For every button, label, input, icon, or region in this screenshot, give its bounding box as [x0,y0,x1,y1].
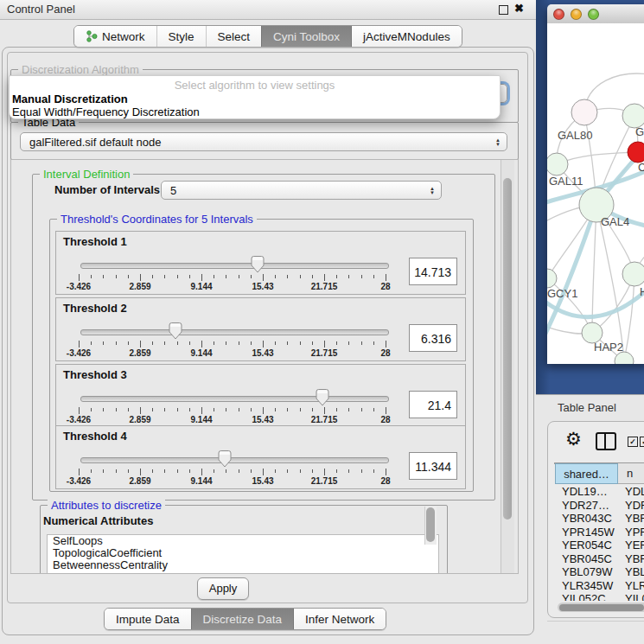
slider-tick [324,341,325,348]
slider-tick [214,275,214,278]
table-row[interactable]: YER054CYER0 [555,539,644,552]
split-columns-icon[interactable] [596,432,616,450]
slider-thumb[interactable] [217,450,233,471]
network-node[interactable] [622,262,644,286]
slider-tick [152,275,153,278]
tab-infer-network[interactable]: Infer Network [293,609,386,629]
tab-network[interactable]: Network [74,26,156,47]
slider-tick [373,275,374,278]
panel-title: Control Panel [7,3,75,16]
slider-tick [226,275,226,278]
zoom-traffic-light-icon[interactable] [588,9,599,20]
tab-discretize-data[interactable]: Discretize Data [191,609,294,629]
attribute-list-item[interactable]: SelfLoops [48,535,438,547]
threshold-value-field[interactable]: 11.344 [409,452,457,480]
slider-tick [275,408,276,411]
slider-tick [275,341,276,345]
slider-tick [79,341,80,348]
slider-track[interactable] [80,263,389,269]
slider-tick-label: 9.144 [175,476,227,486]
attribute-list-item[interactable]: TopologicalCoefficient [48,547,438,559]
minimize-traffic-light-icon[interactable] [571,9,582,20]
slider-tick [128,408,129,411]
table-row[interactable]: YLR345WYLR3 [555,579,644,593]
tab-select[interactable]: Select [206,26,262,47]
apply-button[interactable]: Apply [197,577,249,600]
checkbox-icon[interactable]: ✓ [628,437,638,447]
tab-impute-data[interactable]: Impute Data [105,609,191,629]
popup-item-equal-width[interactable]: Equal Width/Frequency Discretization [10,105,500,118]
table-row[interactable]: YPR145WYPR1 [555,526,644,539]
slider-tick-label: 15.43 [237,282,289,291]
num-intervals-combo[interactable]: 5 ▲▼ [161,181,442,200]
table-row[interactable]: YDL19…YDL1 [555,485,644,499]
slider-tick-label: 15.43 [237,476,289,486]
slider-tick-label: 21.715 [298,476,350,486]
slider-thumb[interactable] [315,388,330,410]
column-header-shared-name[interactable]: shared… [555,463,618,484]
checkbox-icon[interactable]: ✓ [640,437,644,447]
threshold-value-field[interactable]: 21.4 [409,391,457,418]
column-header-name[interactable]: n [618,463,644,484]
network-node[interactable] [615,352,634,364]
slider-thumb[interactable] [168,322,183,343]
node-label: HAP2 [594,341,623,354]
slider-track[interactable] [80,457,389,463]
popup-item-manual[interactable]: Manual Discretization [10,92,500,105]
table-horizontal-scrollbar[interactable] [558,603,644,612]
network-window-titlebar[interactable] [547,4,644,24]
close-traffic-light-icon[interactable] [553,9,564,20]
slider-track[interactable] [80,329,389,335]
slider-track[interactable] [80,396,389,402]
app-root: Control Panel ✖ NetworkStyleSelectCyni T… [0,0,644,644]
table-row[interactable]: YBR045CYBR0 [555,552,644,566]
slider-tick [275,275,276,278]
table-row[interactable]: YBR043CYBR0 [555,512,644,526]
network-node[interactable] [571,99,597,125]
cell-shared-name: YBR045C [555,552,618,566]
tab-jactivemnodules[interactable]: jActiveMNodules [351,26,462,47]
slider-tick [79,274,80,281]
threshold-panel-3: Threshold 3-3.4262.8599.14415.4321.71528… [55,364,466,428]
network-node[interactable] [622,104,644,128]
network-canvas[interactable]: GAL80GCGAL11GAL4GCY1HHAP2 [547,23,644,364]
slider-tick [348,408,349,411]
settings-vertical-scrollbar[interactable] [501,160,514,573]
algorithm-dropdown-popup: Select algorithm to view settings Manual… [9,75,501,119]
attributes-list-scrollbar[interactable] [424,507,437,545]
cell-shared-name: YBR043C [555,512,618,526]
slider-thumb[interactable] [250,255,265,277]
slider-tick-label: 28 [360,348,411,358]
threshold-value-field[interactable]: 14.713 [409,258,457,285]
attributes-group: Attributes to discretize Numerical Attri… [40,505,448,574]
slider-tick [312,341,313,345]
slider-tick [140,341,141,348]
slider-tick [164,275,165,278]
threshold-label: Threshold 1 [63,235,127,248]
tab-style[interactable]: Style [156,26,206,47]
slider-tick [324,274,325,281]
slider-tick [300,408,301,411]
tab-cyni-toolbox[interactable]: Cyni Toolbox [261,26,351,47]
threshold-value-field[interactable]: 6.316 [409,324,457,352]
gear-icon[interactable]: ⚙ [565,430,582,448]
close-icon[interactable]: ✖ [514,2,524,15]
table-row[interactable]: YBL079WYBL0 [555,565,644,579]
slider-tick [128,341,129,345]
slider-tick [300,275,301,278]
network-graph: GAL80GCGAL11GAL4GCY1HHAP2 [547,23,644,364]
table-data-combo[interactable]: galFiltered.sif default node ▲▼ [20,132,507,151]
popup-prompt[interactable]: Select algorithm to view settings [10,76,500,92]
slider-tick [164,408,165,411]
slider-tick [91,408,92,411]
table-row[interactable]: YDR27…YDR2 [555,499,644,513]
network-node[interactable] [628,142,644,163]
numerical-attributes-list[interactable]: SelfLoopsTopologicalCoefficientBetweenne… [47,534,439,574]
network-node[interactable] [547,153,568,175]
table-row[interactable]: YIL052CYIL0 [555,592,644,601]
attribute-list-item[interactable]: BetweennessCentrality [48,559,438,571]
slider-tick-label: 28 [360,415,411,424]
table-panel-body: ⚙ ✓ ✓ shared… n YDL19…YDL1YDR27…YDR2YBR0… [547,421,644,618]
slider-tick [189,341,190,345]
float-window-icon[interactable] [499,5,508,15]
